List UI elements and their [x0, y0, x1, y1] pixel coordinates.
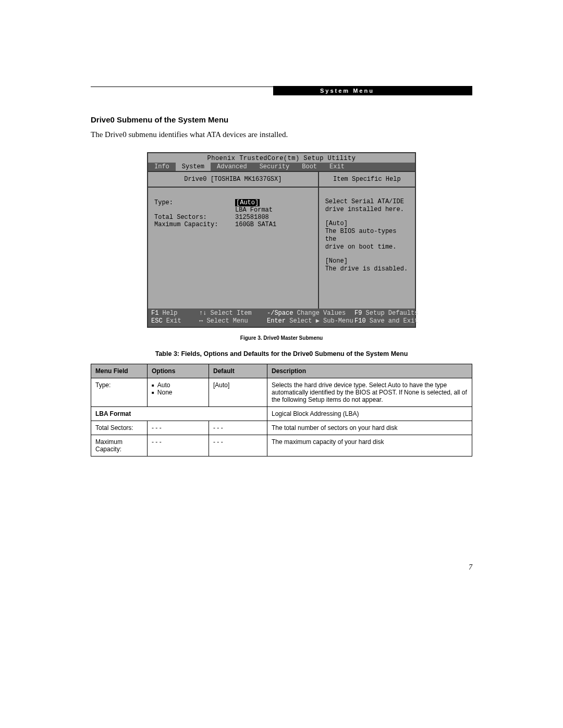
th-default: Default	[209, 364, 267, 378]
cell-field: Total Sectors:	[91, 421, 148, 435]
bios-row-sectors: Total Sectors: 312581808	[154, 214, 312, 221]
bios-tab-boot[interactable]: Boot	[296, 163, 323, 171]
cell-options: - - -	[148, 435, 209, 456]
table-caption: Table 3: Fields, Options and Defaults fo…	[91, 350, 472, 359]
page-number: 7	[91, 563, 472, 572]
th-menu-field: Menu Field	[91, 364, 148, 378]
bios-help-b2: [Auto] The BIOS auto-types the drive on …	[325, 220, 410, 251]
figure-caption: Figure 3. Drive0 Master Submenu	[91, 335, 472, 341]
f9-key: F9	[354, 310, 362, 317]
f9-label: Setup Defaults	[362, 310, 418, 317]
bios-right-heading: Item Specific Help	[319, 172, 415, 188]
cell-default: - - -	[209, 421, 267, 435]
bios-help-b1: Select Serial ATA/IDE drive installed he…	[325, 198, 410, 214]
bios-menubar: Info System Advanced Security Boot Exit	[148, 163, 415, 171]
f1-key: F1	[151, 310, 158, 317]
bios-inner: Drive0 [TOSHIBA MK1637GSX] Type: [Auto] …	[148, 171, 415, 309]
enter-label: Select ▶ Sub-Menu	[286, 317, 353, 325]
bios-help-b3: [None] The drive is disabled.	[325, 257, 410, 273]
enter-key: Enter	[267, 317, 286, 325]
cell-default: [Auto]	[209, 378, 267, 406]
bios-footer: F1 Help ↑↓ Select Item -/Space Change Va…	[148, 309, 415, 327]
bios-row-capacity: Maximum Capacity: 160GB SATA1	[154, 221, 312, 228]
table-row: Total Sectors: - - - - - - The total num…	[91, 421, 472, 435]
updown-label: Select Item	[206, 310, 251, 317]
cell-field: Maximum Capacity:	[91, 435, 148, 456]
section-title: Drive0 Submenu of the System Menu	[91, 115, 472, 124]
bios-capacity-label: Maximum Capacity:	[154, 221, 235, 228]
bios-sectors-value: 312581808	[235, 214, 312, 221]
reference-table: Menu Field Options Default Description T…	[91, 364, 472, 456]
cell-options: Auto None	[148, 378, 209, 406]
bios-lba-label: LBA Format	[154, 206, 312, 214]
bios-body: Type: [Auto] LBA Format Total Sectors: 3…	[148, 188, 318, 309]
bios-right-pane: Item Specific Help Select Serial ATA/IDE…	[319, 172, 415, 309]
th-description: Description	[267, 364, 472, 378]
bios-tab-security[interactable]: Security	[253, 163, 296, 171]
header-chapter-label: System Menu	[273, 86, 472, 95]
bios-help-text: Select Serial ATA/IDE drive installed he…	[319, 188, 415, 285]
bios-sectors-label: Total Sectors:	[154, 214, 235, 221]
bios-left-heading: Drive0 [TOSHIBA MK1637GSX]	[148, 172, 318, 188]
space-label: Change Values	[293, 310, 346, 317]
content: Drive0 Submenu of the System Menu The Dr…	[91, 87, 472, 572]
cell-desc: The maximum capacity of your hard disk	[267, 435, 472, 456]
bios-title: Phoenix TrustedCore(tm) Setup Utility	[148, 153, 415, 163]
space-key: -/Space	[267, 310, 293, 317]
leftright-label: Select Menu	[203, 317, 248, 325]
cell-options: - - -	[148, 421, 209, 435]
f1-label: Help	[158, 310, 177, 317]
bios-tab-exit[interactable]: Exit	[323, 163, 351, 171]
section-intro: The Drive0 submenu identifies what ATA d…	[91, 129, 472, 140]
updown-key: ↑↓	[199, 310, 206, 317]
table-row: Type: Auto None [Auto] Selects the hard …	[91, 378, 472, 406]
cell-desc: The total number of sectors on your hard…	[267, 421, 472, 435]
table-subhead-row: LBA Format Logical Block Addressing (LBA…	[91, 406, 472, 421]
cell-field: Type:	[91, 378, 148, 406]
esc-key: ESC	[151, 317, 163, 325]
th-options: Options	[148, 364, 209, 378]
bios-row-type: Type: [Auto]	[154, 199, 312, 206]
opt-none: None	[152, 389, 204, 396]
opt-auto: Auto	[152, 381, 204, 389]
subhead-label: LBA Format	[91, 406, 267, 421]
cell-desc: Selects the hard drive device type. Sele…	[267, 378, 472, 406]
subhead-desc: Logical Block Addressing (LBA)	[267, 406, 472, 421]
bios-capacity-value: 160GB SATA1	[235, 221, 312, 228]
bios-type-value[interactable]: [Auto]	[235, 199, 312, 206]
f10-key: F10	[354, 317, 366, 325]
cell-default: - - -	[209, 435, 267, 456]
bios-tab-system[interactable]: System	[176, 163, 211, 171]
bios-screenshot: Phoenix TrustedCore(tm) Setup Utility In…	[147, 152, 416, 328]
bios-tab-info[interactable]: Info	[148, 163, 176, 171]
bios-left-pane: Drive0 [TOSHIBA MK1637GSX] Type: [Auto] …	[148, 172, 319, 309]
table-row: Maximum Capacity: - - - - - - The maximu…	[91, 435, 472, 456]
f10-label: Save and Exit	[366, 317, 419, 325]
page: System Menu Drive0 Submenu of the System…	[91, 87, 472, 572]
table-header-row: Menu Field Options Default Description	[91, 364, 472, 378]
esc-label: Exit	[163, 317, 181, 325]
bios-type-label: Type:	[154, 199, 235, 206]
bios-tab-advanced[interactable]: Advanced	[211, 163, 253, 171]
